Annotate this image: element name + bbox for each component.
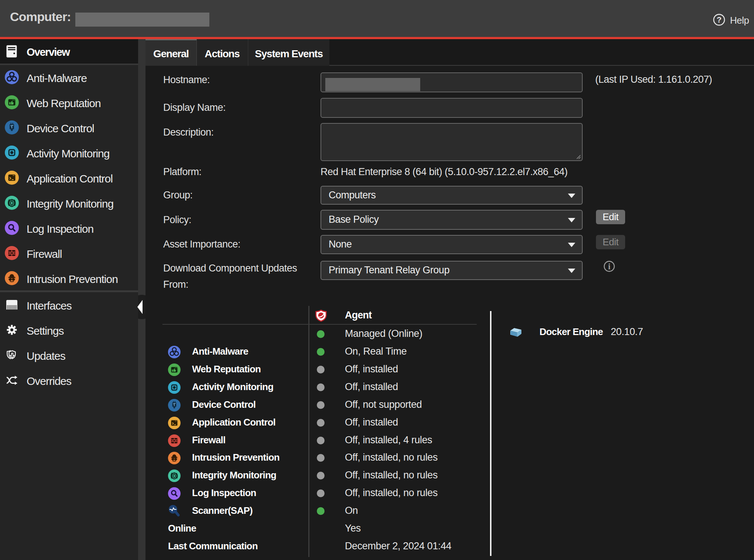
svg-text:i: i [608,262,611,271]
svg-text:?: ? [717,15,722,24]
